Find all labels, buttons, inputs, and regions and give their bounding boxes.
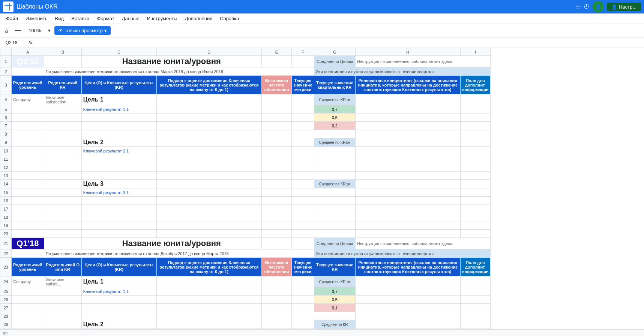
cell-h29[interactable] bbox=[355, 320, 460, 329]
cell-c12[interactable] bbox=[81, 163, 156, 172]
cell-h25[interactable] bbox=[355, 287, 460, 296]
cell-a9[interactable] bbox=[12, 138, 44, 147]
menu-tools[interactable]: Инструменты bbox=[144, 15, 180, 22]
cell-h24[interactable] bbox=[355, 276, 460, 287]
col-header-d[interactable]: D bbox=[156, 48, 261, 56]
cell-h6[interactable] bbox=[355, 113, 460, 122]
cell-i4[interactable] bbox=[460, 94, 490, 105]
cell-a24[interactable]: Company bbox=[12, 276, 44, 287]
cell-b11[interactable] bbox=[44, 155, 81, 163]
cell-a28[interactable] bbox=[12, 312, 44, 320]
cell-a25[interactable] bbox=[12, 287, 44, 296]
cell-a5[interactable] bbox=[12, 105, 44, 113]
cell-b12[interactable] bbox=[44, 163, 81, 172]
cell-f12[interactable] bbox=[291, 163, 314, 172]
cell-h4[interactable] bbox=[355, 94, 460, 105]
cell-c1-title[interactable]: Название юнита/уровня bbox=[81, 56, 261, 67]
cell-i14[interactable] bbox=[460, 180, 490, 188]
cell-i11[interactable] bbox=[460, 155, 490, 163]
cell-i7[interactable] bbox=[460, 122, 490, 130]
col-header-b[interactable]: B bbox=[44, 48, 81, 56]
cell-i27[interactable] bbox=[460, 304, 490, 312]
cell-e6[interactable] bbox=[261, 113, 291, 122]
cell-i24[interactable] bbox=[460, 276, 490, 287]
cell-b15[interactable] bbox=[44, 188, 81, 197]
cell-h28[interactable] bbox=[355, 312, 460, 320]
cell-e7[interactable] bbox=[261, 122, 291, 130]
cell-e9[interactable] bbox=[261, 138, 291, 147]
menu-view[interactable]: Вид bbox=[52, 15, 67, 22]
print-button[interactable]: 🖨 bbox=[3, 27, 11, 34]
col-header-f[interactable]: F bbox=[291, 48, 314, 56]
cell-a8[interactable] bbox=[12, 130, 44, 138]
cell-f6[interactable] bbox=[291, 113, 314, 122]
col-header-a[interactable]: A bbox=[12, 48, 44, 56]
cell-a7[interactable] bbox=[12, 122, 44, 130]
share-button[interactable]: 👤 Настр... bbox=[607, 3, 641, 11]
cell-d8[interactable] bbox=[156, 130, 261, 138]
cell-i12[interactable] bbox=[460, 163, 490, 172]
cell-a1[interactable]: Q2'18 bbox=[12, 56, 44, 67]
cell-e11[interactable] bbox=[261, 155, 291, 163]
cell-e4[interactable] bbox=[261, 94, 291, 105]
col-header-h[interactable]: H bbox=[355, 48, 460, 56]
cell-i8[interactable] bbox=[460, 130, 490, 138]
cell-c8[interactable] bbox=[81, 130, 156, 138]
col-header-g[interactable]: G bbox=[314, 48, 355, 56]
history-icon[interactable]: ⏱ bbox=[584, 3, 590, 10]
cell-a11[interactable] bbox=[12, 155, 44, 163]
cell-b29[interactable] bbox=[44, 320, 81, 329]
sheet-area[interactable]: A B C D E F G H I 1 Q2'18 Название юнита… bbox=[0, 48, 644, 336]
zoom-display[interactable]: 100% bbox=[26, 28, 44, 33]
cell-g10[interactable] bbox=[314, 147, 355, 155]
cell-b28[interactable] bbox=[44, 312, 81, 320]
cell-e27[interactable] bbox=[261, 304, 291, 312]
cell-b24[interactable]: Grow user satisfa... bbox=[44, 276, 81, 287]
cell-f10[interactable] bbox=[291, 147, 314, 155]
cell-d28[interactable] bbox=[156, 312, 261, 320]
cell-g11[interactable] bbox=[314, 155, 355, 163]
cell-h10[interactable] bbox=[355, 147, 460, 155]
cell-f5[interactable] bbox=[291, 105, 314, 113]
menu-insert[interactable]: Вставка bbox=[68, 15, 92, 22]
cell-c9[interactable]: Цель 2 bbox=[81, 138, 156, 147]
cell-g28[interactable] bbox=[314, 312, 355, 320]
cell-i10[interactable] bbox=[460, 147, 490, 155]
cell-b5[interactable] bbox=[44, 105, 81, 113]
cell-e25[interactable] bbox=[261, 287, 291, 296]
cell-h13[interactable] bbox=[355, 172, 460, 180]
cell-a4[interactable]: Company bbox=[12, 94, 44, 105]
cell-h15[interactable] bbox=[355, 188, 460, 197]
cell-i29[interactable] bbox=[460, 320, 490, 329]
cell-f27[interactable] bbox=[291, 304, 314, 312]
col-header-i[interactable]: I bbox=[460, 48, 490, 56]
cell-i25[interactable] bbox=[460, 287, 490, 296]
cell-d24[interactable] bbox=[156, 276, 261, 287]
menu-help[interactable]: Справка bbox=[217, 15, 242, 22]
cell-i6[interactable] bbox=[460, 113, 490, 122]
cell-f29[interactable] bbox=[291, 320, 314, 329]
cell-e15[interactable] bbox=[261, 188, 291, 197]
cell-c14[interactable]: Цель 3 bbox=[81, 180, 156, 188]
cell-b25[interactable] bbox=[44, 287, 81, 296]
cell-a14[interactable] bbox=[12, 180, 44, 188]
cell-c25[interactable]: Ключевой результат 1.1 bbox=[81, 287, 156, 296]
cell-e28[interactable] bbox=[261, 312, 291, 320]
cell-h5[interactable] bbox=[355, 105, 460, 113]
cell-c15[interactable]: Ключевой результат 3.1 bbox=[81, 188, 156, 197]
cell-i15[interactable] bbox=[460, 188, 490, 197]
cell-b10[interactable] bbox=[44, 147, 81, 155]
view-only-button[interactable]: 👁 Только просмотр ▾ bbox=[54, 26, 111, 35]
cell-a27[interactable] bbox=[12, 304, 44, 312]
cell-c27[interactable] bbox=[81, 304, 156, 312]
cell-d7[interactable] bbox=[156, 122, 261, 130]
menu-format[interactable]: Формат bbox=[94, 15, 117, 22]
cell-b7[interactable] bbox=[44, 122, 81, 130]
cell-e8[interactable] bbox=[261, 130, 291, 138]
cell-a13[interactable] bbox=[12, 172, 44, 180]
cell-e24[interactable] bbox=[261, 276, 291, 287]
menu-file[interactable]: Файл bbox=[3, 15, 21, 22]
cell-f13[interactable] bbox=[291, 172, 314, 180]
paint-format-button[interactable]: ⟵ bbox=[13, 27, 23, 34]
cell-c5[interactable]: Ключевой результат 1.1 bbox=[81, 105, 156, 113]
